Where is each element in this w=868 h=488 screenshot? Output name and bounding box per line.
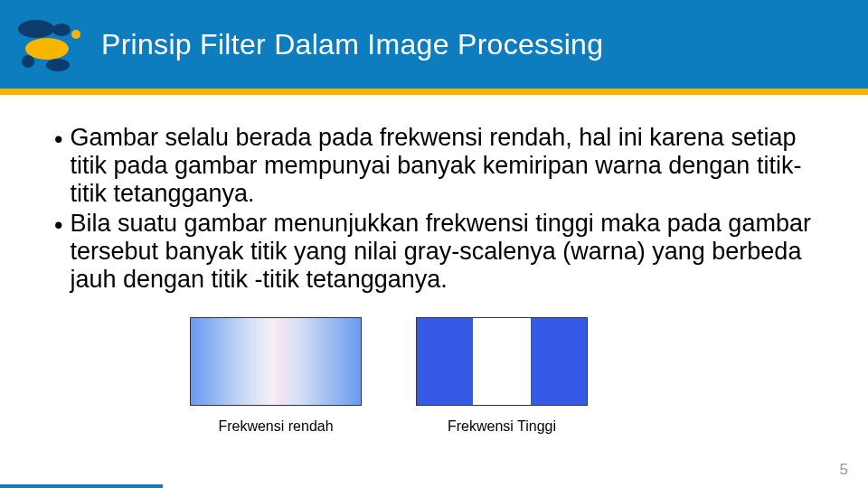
figure-low-frequency: Frekwensi rendah — [190, 317, 362, 435]
bullet-text: Bila suatu gambar menunjukkan frekwensi … — [70, 210, 814, 294]
figure-high-frequency: Frekwensi Tinggi — [416, 317, 588, 435]
gradient-image — [190, 317, 362, 406]
footer-accent-line — [0, 484, 163, 488]
slide-header: Prinsip Filter Dalam Image Processing — [0, 0, 868, 89]
svg-point-2 — [71, 30, 80, 39]
slide-title: Prinsip Filter Dalam Image Processing — [101, 28, 603, 61]
svg-point-4 — [22, 55, 34, 68]
svg-point-5 — [46, 59, 70, 71]
svg-point-0 — [18, 20, 54, 38]
page-number: 5 — [840, 461, 848, 479]
stripe-image — [416, 317, 588, 406]
svg-point-1 — [52, 23, 71, 36]
bullet-item: • Bila suatu gambar menunjukkan frekwens… — [54, 210, 814, 294]
stripe-blue — [531, 318, 587, 405]
bullet-text: Gambar selalu berada pada frekwensi rend… — [70, 124, 814, 208]
accent-bar — [0, 89, 868, 95]
logo-icon — [16, 16, 87, 72]
bullet-dot-icon: • — [54, 210, 62, 294]
stripe-white — [473, 318, 532, 405]
slide-content: • Gambar selalu berada pada frekwensi re… — [0, 95, 868, 435]
stripe-blue — [417, 318, 473, 405]
figure-row: Frekwensi rendah Frekwensi Tinggi — [190, 317, 814, 435]
bullet-dot-icon: • — [54, 124, 62, 208]
figure-caption: Frekwensi Tinggi — [448, 418, 556, 435]
figure-caption: Frekwensi rendah — [218, 418, 333, 435]
bullet-item: • Gambar selalu berada pada frekwensi re… — [54, 124, 814, 208]
